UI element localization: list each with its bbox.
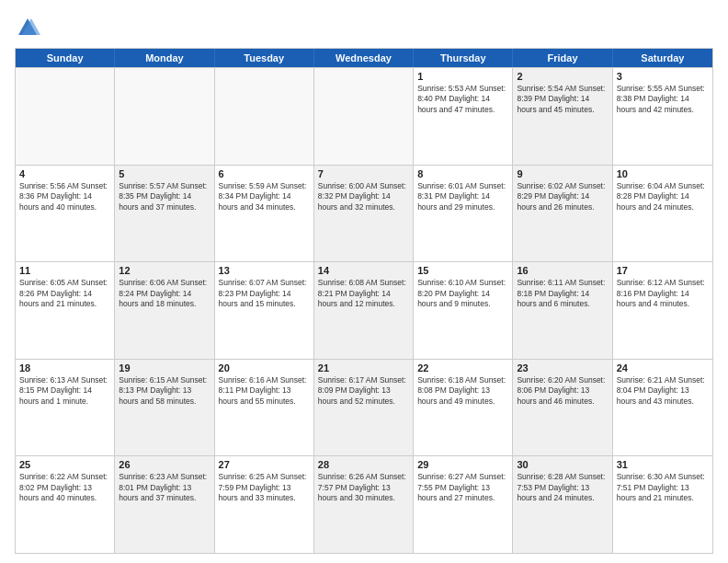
- calendar-cell: 26Sunrise: 6:23 AM Sunset: 8:01 PM Dayli…: [115, 456, 214, 553]
- day-info: Sunrise: 5:57 AM Sunset: 8:35 PM Dayligh…: [119, 181, 210, 213]
- day-number: 27: [219, 459, 310, 470]
- calendar-cell: 19Sunrise: 6:15 AM Sunset: 8:13 PM Dayli…: [115, 360, 214, 456]
- day-number: 21: [318, 362, 409, 373]
- day-info: Sunrise: 6:05 AM Sunset: 8:26 PM Dayligh…: [19, 278, 110, 309]
- day-number: 5: [119, 168, 210, 179]
- day-number: 25: [19, 459, 110, 470]
- calendar-cell: 3Sunrise: 5:55 AM Sunset: 8:38 PM Daylig…: [613, 68, 712, 165]
- day-number: 14: [318, 265, 409, 276]
- weekday-header: Sunday: [16, 49, 115, 67]
- calendar-cell: [115, 68, 214, 165]
- day-info: Sunrise: 6:07 AM Sunset: 8:23 PM Dayligh…: [219, 278, 310, 309]
- day-number: 16: [517, 265, 608, 276]
- calendar-cell: 23Sunrise: 6:20 AM Sunset: 8:06 PM Dayli…: [513, 360, 612, 456]
- calendar-cell: 27Sunrise: 6:25 AM Sunset: 7:59 PM Dayli…: [215, 456, 314, 553]
- day-number: 11: [19, 265, 110, 276]
- calendar-cell: [215, 68, 314, 165]
- day-info: Sunrise: 6:18 AM Sunset: 8:08 PM Dayligh…: [417, 375, 508, 407]
- day-number: 26: [119, 459, 210, 470]
- day-info: Sunrise: 6:25 AM Sunset: 7:59 PM Dayligh…: [219, 472, 310, 503]
- weekday-header: Tuesday: [215, 49, 314, 67]
- day-info: Sunrise: 6:23 AM Sunset: 8:01 PM Dayligh…: [119, 472, 210, 503]
- calendar-cell: 30Sunrise: 6:28 AM Sunset: 7:53 PM Dayli…: [513, 456, 612, 553]
- day-info: Sunrise: 6:06 AM Sunset: 8:24 PM Dayligh…: [119, 278, 210, 309]
- day-number: 12: [119, 265, 210, 276]
- calendar-row: 11Sunrise: 6:05 AM Sunset: 8:26 PM Dayli…: [16, 261, 712, 359]
- day-number: 6: [219, 168, 310, 179]
- day-number: 1: [417, 71, 508, 82]
- day-number: 10: [617, 168, 709, 179]
- weekday-header: Thursday: [414, 49, 513, 67]
- calendar-cell: 24Sunrise: 6:21 AM Sunset: 8:04 PM Dayli…: [613, 360, 712, 456]
- day-info: Sunrise: 6:21 AM Sunset: 8:04 PM Dayligh…: [617, 375, 709, 407]
- day-info: Sunrise: 6:27 AM Sunset: 7:55 PM Dayligh…: [417, 472, 508, 503]
- calendar-cell: 22Sunrise: 6:18 AM Sunset: 8:08 PM Dayli…: [414, 360, 513, 456]
- calendar-header: SundayMondayTuesdayWednesdayThursdayFrid…: [16, 49, 712, 67]
- calendar-cell: 20Sunrise: 6:16 AM Sunset: 8:11 PM Dayli…: [215, 360, 314, 456]
- day-number: 19: [119, 362, 210, 373]
- calendar-cell: 9Sunrise: 6:02 AM Sunset: 8:29 PM Daylig…: [513, 166, 612, 262]
- day-info: Sunrise: 6:17 AM Sunset: 8:09 PM Dayligh…: [318, 375, 409, 407]
- calendar-row: 1Sunrise: 5:53 AM Sunset: 8:40 PM Daylig…: [16, 67, 712, 165]
- weekday-header: Wednesday: [314, 49, 414, 67]
- day-info: Sunrise: 6:30 AM Sunset: 7:51 PM Dayligh…: [617, 472, 709, 503]
- day-number: 24: [617, 362, 709, 373]
- day-number: 28: [318, 459, 409, 470]
- header: [15, 15, 713, 40]
- day-info: Sunrise: 5:59 AM Sunset: 8:34 PM Dayligh…: [219, 181, 310, 213]
- calendar-cell: 5Sunrise: 5:57 AM Sunset: 8:35 PM Daylig…: [115, 166, 214, 262]
- calendar-cell: 29Sunrise: 6:27 AM Sunset: 7:55 PM Dayli…: [414, 456, 513, 553]
- day-info: Sunrise: 6:13 AM Sunset: 8:15 PM Dayligh…: [19, 375, 110, 407]
- day-info: Sunrise: 6:10 AM Sunset: 8:20 PM Dayligh…: [417, 278, 508, 309]
- logo-icon: [15, 15, 40, 40]
- calendar-cell: 11Sunrise: 6:05 AM Sunset: 8:26 PM Dayli…: [16, 262, 115, 359]
- calendar-cell: 15Sunrise: 6:10 AM Sunset: 8:20 PM Dayli…: [414, 262, 513, 359]
- day-number: 9: [517, 168, 608, 179]
- weekday-header: Monday: [115, 49, 214, 67]
- day-info: Sunrise: 6:04 AM Sunset: 8:28 PM Dayligh…: [617, 181, 709, 213]
- day-info: Sunrise: 6:02 AM Sunset: 8:29 PM Dayligh…: [517, 181, 608, 213]
- day-info: Sunrise: 5:55 AM Sunset: 8:38 PM Dayligh…: [617, 84, 709, 115]
- calendar-cell: 2Sunrise: 5:54 AM Sunset: 8:39 PM Daylig…: [513, 68, 612, 165]
- calendar-row: 25Sunrise: 6:22 AM Sunset: 8:02 PM Dayli…: [16, 455, 712, 553]
- day-number: 31: [617, 459, 709, 470]
- calendar-cell: 6Sunrise: 5:59 AM Sunset: 8:34 PM Daylig…: [215, 166, 314, 262]
- page: SundayMondayTuesdayWednesdayThursdayFrid…: [0, 0, 728, 563]
- weekday-header: Saturday: [613, 49, 712, 67]
- calendar-row: 4Sunrise: 5:56 AM Sunset: 8:36 PM Daylig…: [16, 165, 712, 262]
- calendar-body: 1Sunrise: 5:53 AM Sunset: 8:40 PM Daylig…: [16, 67, 712, 553]
- day-number: 7: [318, 168, 409, 179]
- day-info: Sunrise: 6:01 AM Sunset: 8:31 PM Dayligh…: [417, 181, 508, 213]
- day-info: Sunrise: 6:11 AM Sunset: 8:18 PM Dayligh…: [517, 278, 608, 309]
- calendar: SundayMondayTuesdayWednesdayThursdayFrid…: [15, 48, 713, 554]
- day-number: 4: [19, 168, 110, 179]
- day-info: Sunrise: 6:16 AM Sunset: 8:11 PM Dayligh…: [219, 375, 310, 407]
- day-info: Sunrise: 6:28 AM Sunset: 7:53 PM Dayligh…: [517, 472, 608, 503]
- day-number: 8: [417, 168, 508, 179]
- calendar-cell: 10Sunrise: 6:04 AM Sunset: 8:28 PM Dayli…: [613, 166, 712, 262]
- calendar-cell: 17Sunrise: 6:12 AM Sunset: 8:16 PM Dayli…: [613, 262, 712, 359]
- calendar-cell: 14Sunrise: 6:08 AM Sunset: 8:21 PM Dayli…: [314, 262, 414, 359]
- calendar-cell: 12Sunrise: 6:06 AM Sunset: 8:24 PM Dayli…: [115, 262, 214, 359]
- day-number: 3: [617, 71, 709, 82]
- calendar-cell: 7Sunrise: 6:00 AM Sunset: 8:32 PM Daylig…: [314, 166, 414, 262]
- weekday-header: Friday: [513, 49, 612, 67]
- calendar-cell: 31Sunrise: 6:30 AM Sunset: 7:51 PM Dayli…: [613, 456, 712, 553]
- day-info: Sunrise: 5:54 AM Sunset: 8:39 PM Dayligh…: [517, 84, 608, 115]
- calendar-cell: 25Sunrise: 6:22 AM Sunset: 8:02 PM Dayli…: [16, 456, 115, 553]
- calendar-row: 18Sunrise: 6:13 AM Sunset: 8:15 PM Dayli…: [16, 359, 712, 456]
- day-number: 23: [517, 362, 608, 373]
- day-number: 15: [417, 265, 508, 276]
- day-info: Sunrise: 5:56 AM Sunset: 8:36 PM Dayligh…: [19, 181, 110, 213]
- calendar-cell: 8Sunrise: 6:01 AM Sunset: 8:31 PM Daylig…: [414, 166, 513, 262]
- day-info: Sunrise: 6:20 AM Sunset: 8:06 PM Dayligh…: [517, 375, 608, 407]
- day-number: 2: [517, 71, 608, 82]
- day-number: 13: [219, 265, 310, 276]
- calendar-cell: 21Sunrise: 6:17 AM Sunset: 8:09 PM Dayli…: [314, 360, 414, 456]
- day-number: 30: [517, 459, 608, 470]
- calendar-cell: 4Sunrise: 5:56 AM Sunset: 8:36 PM Daylig…: [16, 166, 115, 262]
- day-info: Sunrise: 6:08 AM Sunset: 8:21 PM Dayligh…: [318, 278, 409, 309]
- logo: [15, 15, 44, 40]
- calendar-cell: 18Sunrise: 6:13 AM Sunset: 8:15 PM Dayli…: [16, 360, 115, 456]
- calendar-cell: 28Sunrise: 6:26 AM Sunset: 7:57 PM Dayli…: [314, 456, 414, 553]
